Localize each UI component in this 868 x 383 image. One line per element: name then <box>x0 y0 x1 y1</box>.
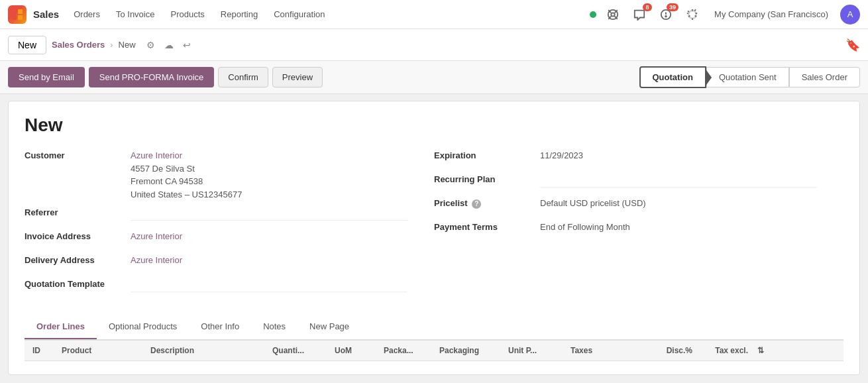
svg-rect-0 <box>12 9 17 14</box>
tab-order-lines[interactable]: Order Lines <box>25 315 97 339</box>
svg-point-5 <box>611 13 614 16</box>
tab-other-info[interactable]: Other Info <box>189 315 251 339</box>
status-quotation-sent[interactable]: Quotation Sent <box>706 67 789 87</box>
delivery-address-link[interactable]: Azure Interior <box>131 255 182 265</box>
customer-link[interactable]: Azure Interior <box>131 150 182 160</box>
col-packa: Packa... <box>384 346 437 355</box>
delivery-address-row: Delivery Address Azure Interior <box>25 254 407 272</box>
status-sales-order[interactable]: Sales Order <box>789 67 860 87</box>
invoice-address-link[interactable]: Azure Interior <box>131 231 182 241</box>
expiration-row: Expiration 11/29/2023 <box>434 149 817 168</box>
quotation-template-value[interactable] <box>131 278 407 292</box>
send-proforma-button[interactable]: Send PRO-FORMA Invoice <box>89 67 215 87</box>
app-name[interactable]: Sales <box>33 9 59 20</box>
top-navigation: Sales Orders To Invoice Products Reporti… <box>0 0 868 29</box>
svg-rect-3 <box>18 15 23 20</box>
updates-badge: 39 <box>667 3 678 11</box>
col-description: Description <box>150 346 270 355</box>
col-packaging: Packaging <box>439 346 506 355</box>
col-tax-excl: Tax excl. <box>695 346 748 355</box>
breadcrumb-bar: New Sales Orders › New ⚙ ☁ ↩ 🔖 <box>0 29 868 61</box>
tabs-section: Order Lines Optional Products Other Info… <box>25 315 843 340</box>
nav-configuration[interactable]: Configuration <box>267 7 331 22</box>
company-name: My Company (San Francisco) <box>714 9 828 19</box>
referrer-label: Referrer <box>25 206 131 217</box>
user-avatar[interactable]: A <box>840 5 860 25</box>
settings-icon[interactable] <box>682 5 702 25</box>
main-form: New Customer Azure Interior 4557 De Silv… <box>8 101 860 375</box>
referrer-value[interactable] <box>131 206 407 221</box>
tab-optional-products[interactable]: Optional Products <box>97 315 189 339</box>
col-taxes: Taxes <box>570 346 624 355</box>
action-bar: Send by Email Send PRO-FORMA Invoice Con… <box>0 61 868 94</box>
form-left: Customer Azure Interior 4557 De Silva St… <box>25 149 434 301</box>
svg-rect-1 <box>18 9 23 14</box>
support-icon[interactable] <box>603 5 623 25</box>
chat-icon[interactable]: 8 <box>629 5 649 25</box>
col-unit-price: Unit P... <box>508 346 568 355</box>
chat-badge: 8 <box>643 3 652 11</box>
customer-value: Azure Interior 4557 De Silva St Fremont … <box>131 149 407 201</box>
customer-row: Customer Azure Interior 4557 De Silva St… <box>25 149 407 201</box>
payment-terms-label: Payment Terms <box>434 221 540 232</box>
status-trail: Quotation Quotation Sent Sales Order <box>639 66 861 88</box>
breadcrumb-separator: › <box>110 40 113 50</box>
col-disc: Disc.% <box>626 346 692 355</box>
nav-reporting[interactable]: Reporting <box>214 7 264 22</box>
payment-terms-value[interactable]: End of Following Month <box>540 221 817 234</box>
customer-label: Customer <box>25 149 131 160</box>
invoice-address-row: Invoice Address Azure Interior <box>25 230 407 248</box>
svg-rect-2 <box>12 15 17 20</box>
table-header: ID Product Description Quanti... UoM Pac… <box>25 340 843 361</box>
cloud-upload-icon[interactable]: ☁ <box>162 38 176 52</box>
nav-products[interactable]: Products <box>164 7 211 22</box>
expiration-label: Expiration <box>434 149 540 160</box>
referrer-row: Referrer <box>25 206 407 225</box>
form-grid: Customer Azure Interior 4557 De Silva St… <box>25 149 843 301</box>
pricelist-label: Pricelist ? <box>434 197 540 209</box>
breadcrumb-parent[interactable]: Sales Orders <box>52 40 105 50</box>
form-right: Expiration 11/29/2023 Recurring Plan Pri… <box>434 149 843 301</box>
col-quantity: Quanti... <box>272 346 332 355</box>
recurring-plan-value[interactable] <box>540 173 817 188</box>
nav-to-invoice[interactable]: To Invoice <box>109 7 162 22</box>
status-indicator <box>590 11 596 18</box>
confirm-button[interactable]: Confirm <box>218 67 268 87</box>
status-quotation[interactable]: Quotation <box>639 66 706 88</box>
app-icon <box>8 5 27 24</box>
record-title: New <box>25 115 843 136</box>
preview-button[interactable]: Preview <box>272 67 323 87</box>
col-uom: UoM <box>335 346 381 355</box>
invoice-address-value: Azure Interior <box>131 230 407 243</box>
pricelist-row: Pricelist ? Default USD pricelist (USD) <box>434 197 817 215</box>
col-settings[interactable]: ⇅ <box>751 346 771 355</box>
delivery-address-label: Delivery Address <box>25 254 131 265</box>
customer-address-line1: 4557 De Silva St <box>131 164 195 174</box>
bookmark-icon[interactable]: 🔖 <box>845 38 860 52</box>
delivery-address-value: Azure Interior <box>131 254 407 267</box>
tabs-row: Order Lines Optional Products Other Info… <box>25 315 843 339</box>
tab-notes[interactable]: Notes <box>251 315 298 339</box>
undo-icon[interactable]: ↩ <box>180 38 193 52</box>
nav-orders[interactable]: Orders <box>67 7 107 22</box>
quotation-template-row: Quotation Template <box>25 278 407 296</box>
pricelist-help-icon[interactable]: ? <box>472 199 481 209</box>
quotation-template-label: Quotation Template <box>25 278 131 289</box>
expiration-value[interactable]: 11/29/2023 <box>540 149 817 162</box>
updates-icon[interactable]: 39 <box>656 5 676 25</box>
pricelist-value[interactable]: Default USD pricelist (USD) <box>540 197 817 210</box>
svg-point-12 <box>665 15 667 17</box>
payment-terms-row: Payment Terms End of Following Month <box>434 221 817 239</box>
col-product: Product <box>62 346 148 355</box>
col-id: ID <box>32 346 59 355</box>
settings-gear-icon[interactable]: ⚙ <box>144 38 158 52</box>
invoice-address-label: Invoice Address <box>25 230 131 241</box>
send-email-button[interactable]: Send by Email <box>8 67 85 87</box>
recurring-plan-label: Recurring Plan <box>434 173 540 184</box>
breadcrumb-current: New <box>119 40 136 50</box>
new-button[interactable]: New <box>8 36 46 54</box>
customer-address-line3: United States – US12345677 <box>131 190 242 199</box>
customer-address-line2: Fremont CA 94538 <box>131 176 203 186</box>
tab-new-page[interactable]: New Page <box>298 315 361 339</box>
recurring-plan-row: Recurring Plan <box>434 173 817 192</box>
